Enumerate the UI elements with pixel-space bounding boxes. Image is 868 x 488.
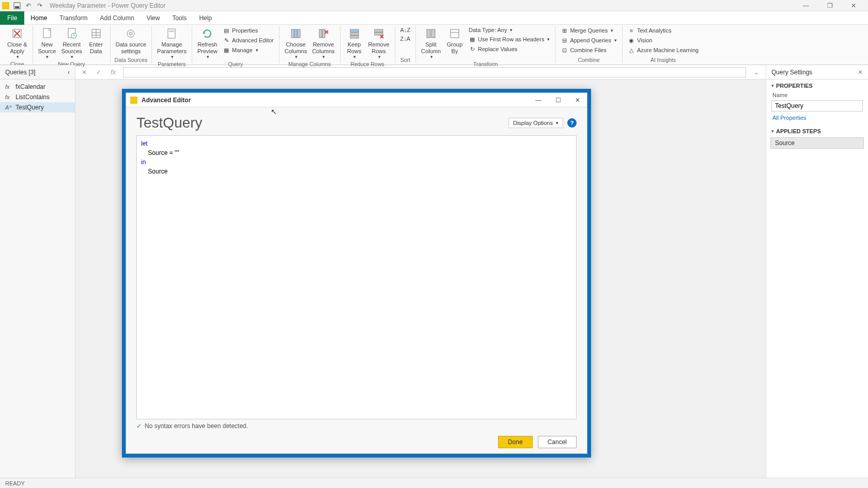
keep-rows-icon bbox=[348, 27, 361, 40]
syntax-status: ✓ No syntax errors have been detected. bbox=[136, 419, 577, 433]
window-titlebar: ↶ ↷ Weekday Parameter - Power Query Edit… bbox=[0, 0, 868, 11]
enter-data-button[interactable]: Enter Data bbox=[85, 26, 107, 55]
query-item[interactable]: Aᵇ TestQuery bbox=[0, 102, 75, 113]
recent-sources-icon bbox=[65, 27, 79, 40]
text-analytics-button[interactable]: ≡Text Analytics bbox=[626, 26, 701, 35]
formula-commit-button[interactable]: ✓ bbox=[94, 69, 103, 76]
split-column-icon bbox=[424, 27, 438, 40]
close-settings-button[interactable]: ✕ bbox=[858, 69, 863, 76]
manage-button[interactable]: ▦Manage▾ bbox=[221, 45, 276, 55]
maximize-button[interactable]: ❐ bbox=[823, 1, 837, 10]
enter-data-icon bbox=[89, 27, 103, 40]
remove-columns-button[interactable]: Remove Columns▾ bbox=[310, 26, 336, 61]
new-source-icon bbox=[40, 27, 54, 40]
append-queries-button[interactable]: ⊟Append Queries▾ bbox=[559, 36, 619, 45]
data-source-settings-button[interactable]: Data source settings bbox=[114, 26, 148, 55]
replace-values-button[interactable]: ↻Replace Values bbox=[467, 44, 552, 54]
close-apply-button[interactable]: Close & Apply▾ bbox=[5, 26, 29, 61]
gear-icon bbox=[124, 27, 137, 40]
app-icon bbox=[130, 97, 137, 104]
display-options-button[interactable]: Display Options▾ bbox=[508, 118, 563, 128]
properties-section-header[interactable]: PROPERTIES bbox=[766, 80, 868, 91]
sort-desc-button[interactable]: Z↓A bbox=[398, 35, 413, 43]
query-item-label: ListContains bbox=[16, 93, 50, 101]
remove-rows-icon bbox=[372, 27, 385, 40]
window-title: Weekday Parameter - Power Query Editor bbox=[50, 2, 166, 9]
dialog-minimize-button[interactable]: — bbox=[533, 97, 544, 104]
query-icon: Aᵇ bbox=[5, 104, 12, 111]
close-button[interactable]: ✕ bbox=[846, 1, 861, 10]
formula-bar-row: Queries [3] ‹ ✕ ✓ fx ⌄ Query Settings ✕ bbox=[0, 65, 868, 80]
tab-help[interactable]: Help bbox=[193, 12, 218, 24]
svg-rect-21 bbox=[350, 36, 359, 38]
new-source-button[interactable]: New Source▾ bbox=[36, 26, 58, 61]
formula-expand-button[interactable]: ⌄ bbox=[751, 69, 762, 76]
svg-rect-15 bbox=[295, 29, 297, 38]
remove-rows-button[interactable]: Remove Rows▾ bbox=[366, 26, 392, 61]
remove-columns-icon bbox=[317, 27, 330, 40]
data-type-button[interactable]: Data Type: Any▾ bbox=[467, 26, 552, 34]
status-text: READY bbox=[5, 480, 25, 486]
combine-files-button[interactable]: ⊡Combine Files bbox=[559, 45, 619, 55]
sort-asc-button[interactable]: A↓Z bbox=[398, 26, 413, 34]
refresh-preview-button[interactable]: Refresh Preview▾ bbox=[195, 26, 220, 61]
recent-sources-button[interactable]: Recent Sources▾ bbox=[59, 26, 84, 61]
vision-button[interactable]: ◉Vision bbox=[626, 36, 701, 45]
tab-home[interactable]: Home bbox=[24, 12, 53, 24]
merge-queries-button[interactable]: ⊞Merge Queries▾ bbox=[559, 26, 619, 35]
query-item-label: TestQuery bbox=[16, 104, 44, 111]
svg-rect-16 bbox=[298, 29, 300, 38]
choose-columns-button[interactable]: Choose Columns▾ bbox=[283, 26, 309, 61]
tab-add-column[interactable]: Add Column bbox=[94, 12, 141, 24]
dialog-close-button[interactable]: ✕ bbox=[572, 97, 583, 104]
svg-rect-17 bbox=[319, 29, 322, 38]
dialog-maximize-button[interactable]: ☐ bbox=[553, 97, 563, 104]
query-settings-panel: PROPERTIES Name All Properties APPLIED S… bbox=[766, 80, 868, 478]
formula-fx-button[interactable]: fx bbox=[109, 69, 118, 76]
all-properties-link[interactable]: All Properties bbox=[766, 114, 868, 125]
svg-rect-26 bbox=[451, 29, 459, 38]
collapse-queries-button[interactable]: ‹ bbox=[68, 69, 70, 76]
manage-icon: ▦ bbox=[223, 46, 230, 54]
svg-point-10 bbox=[127, 30, 134, 37]
tab-transform[interactable]: Transform bbox=[53, 12, 94, 24]
redo-icon[interactable]: ↷ bbox=[35, 1, 44, 10]
tab-tools[interactable]: Tools bbox=[166, 12, 193, 24]
svg-rect-12 bbox=[168, 29, 175, 38]
svg-rect-22 bbox=[375, 29, 383, 32]
help-button[interactable]: ? bbox=[567, 118, 577, 128]
svg-rect-25 bbox=[431, 29, 435, 38]
svg-rect-18 bbox=[322, 29, 325, 38]
query-item-label: fxCalendar bbox=[16, 83, 45, 90]
properties-button[interactable]: ▤Properties bbox=[221, 26, 276, 35]
dialog-title: Advanced Editor bbox=[142, 97, 191, 104]
done-button[interactable]: Done bbox=[498, 436, 533, 448]
first-row-headers-button[interactable]: ▦Use First Row as Headers▾ bbox=[467, 35, 552, 44]
azure-ml-button[interactable]: △Azure Machine Learning bbox=[626, 45, 701, 55]
undo-icon[interactable]: ↶ bbox=[24, 1, 33, 10]
queries-panel: fx fxCalendar fx ListContains Aᵇ TestQue… bbox=[0, 80, 75, 478]
split-column-button[interactable]: Split Column▾ bbox=[419, 26, 443, 61]
cancel-button[interactable]: Cancel bbox=[538, 436, 577, 448]
keep-rows-button[interactable]: Keep Rows▾ bbox=[344, 26, 365, 61]
tab-file[interactable]: File bbox=[0, 11, 24, 25]
advanced-editor-button[interactable]: ✎Advanced Editor bbox=[221, 36, 276, 45]
formula-cancel-button[interactable]: ✕ bbox=[80, 69, 89, 76]
svg-rect-1 bbox=[15, 6, 19, 8]
query-item[interactable]: fx fxCalendar bbox=[0, 82, 75, 92]
save-icon[interactable] bbox=[12, 1, 22, 10]
editor-area: Advanced Editor — ☐ ✕ TestQuery Display … bbox=[75, 80, 766, 478]
minimize-button[interactable]: — bbox=[799, 1, 813, 10]
formula-input[interactable] bbox=[123, 67, 746, 77]
code-editor[interactable]: let Source = "" in Source bbox=[136, 135, 577, 419]
tab-view[interactable]: View bbox=[141, 12, 166, 24]
svg-rect-19 bbox=[350, 29, 359, 32]
vision-icon: ◉ bbox=[628, 37, 635, 44]
query-item[interactable]: fx ListContains bbox=[0, 92, 75, 102]
dialog-titlebar[interactable]: Advanced Editor — ☐ ✕ bbox=[126, 93, 587, 107]
applied-step-item[interactable]: Source bbox=[770, 137, 864, 149]
applied-steps-section-header[interactable]: APPLIED STEPS bbox=[766, 125, 868, 136]
group-by-button[interactable]: Group By bbox=[444, 26, 466, 55]
name-input[interactable] bbox=[771, 100, 863, 112]
manage-parameters-button[interactable]: Manage Parameters▾ bbox=[155, 26, 189, 61]
